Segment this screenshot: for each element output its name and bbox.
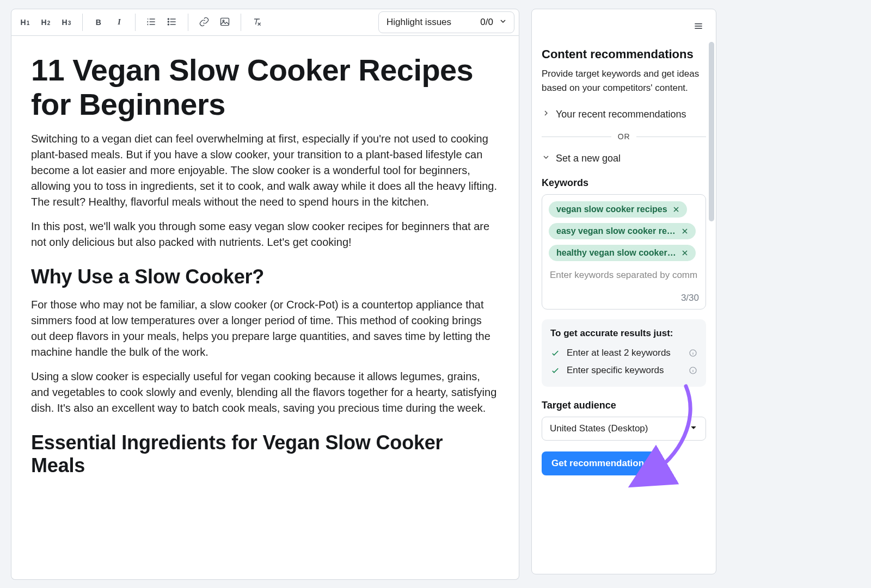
document-paragraph[interactable]: For those who may not be familiar, a slo… [31,297,499,360]
hint-text: Enter specific keywords [567,365,664,376]
svg-point-1 [168,21,169,22]
sidebar-scrollbar[interactable] [709,42,714,570]
target-audience-value: United States (Desktop) [550,423,648,434]
hints-title: To get accurate results just: [550,328,697,339]
info-icon[interactable] [689,366,697,375]
heading-letter: H [41,18,46,27]
get-recommendations-button[interactable]: Get recommendations [542,451,659,475]
heading-level: 2 [47,20,51,26]
link-icon [199,16,210,29]
heading3-button[interactable]: H3 [57,13,76,32]
check-icon [550,366,560,375]
keyword-chips: vegan slow cooker recipes easy vegan slo… [549,201,699,261]
unordered-list-icon [167,16,177,29]
hint-item: Enter specific keywords [550,362,697,379]
remove-chip-icon[interactable] [672,205,680,214]
remove-chip-icon[interactable] [680,249,689,257]
image-button[interactable] [216,13,234,32]
document-heading2[interactable]: Why Use a Slow Cooker? [31,265,499,288]
document-paragraph[interactable]: Using a slow cooker is especially useful… [31,369,499,416]
heading-level: 3 [68,20,71,26]
heading-level: 1 [27,20,30,26]
bold-button[interactable]: B [89,13,108,32]
document-heading2[interactable]: Essential Ingredients for Vegan Slow Coo… [31,431,499,477]
svg-rect-3 [221,18,229,25]
document-paragraph[interactable]: In this post, we'll walk you through som… [31,219,499,250]
remove-chip-icon[interactable] [680,227,689,236]
chevron-down-icon [499,17,507,28]
ordered-list-button[interactable] [142,13,161,32]
chevron-right-icon [542,109,550,120]
editor-toolbar: H1 H2 H3 B I [11,9,519,36]
clear-formatting-button[interactable] [248,13,266,32]
sidebar-menu-button[interactable] [689,17,708,36]
keywords-count: 3/30 [549,289,699,304]
keywords-label: Keywords [542,177,706,189]
highlight-issues-count: 0/0 [480,17,493,28]
hamburger-icon [693,21,704,33]
keyword-chip: vegan slow cooker recipes [549,201,687,218]
recent-recommendations-label: Your recent recommendations [556,109,686,120]
editor-canvas[interactable]: 11 Vegan Slow Cooker Recipes for Beginne… [11,36,519,580]
new-goal-label: Set a new goal [556,153,621,164]
new-goal-toggle[interactable]: Set a new goal [542,150,706,168]
target-audience-select[interactable]: United States (Desktop) [542,417,706,441]
keywords-input[interactable] [549,267,699,284]
target-audience-label: Target audience [542,400,706,411]
italic-button[interactable]: I [110,13,128,32]
clear-formatting-icon [252,16,262,29]
sidebar-subtitle: Provide target keywords and get ideas ba… [542,67,706,95]
svg-point-0 [168,18,169,19]
or-divider: OR [542,132,706,141]
hint-item: Enter at least 2 keywords [550,344,697,362]
keyword-chip-label: easy vegan slow cooker recipes [556,226,676,236]
heading2-button[interactable]: H2 [36,13,55,32]
chevron-down-icon [542,153,550,164]
image-icon [219,16,230,29]
unordered-list-button[interactable] [163,13,181,32]
keywords-box: vegan slow cooker recipes easy vegan slo… [542,194,706,310]
keyword-chip: healthy vegan slow cooker re… [549,245,696,261]
hint-text: Enter at least 2 keywords [567,348,671,358]
cta-label: Get recommendations [551,458,649,468]
check-icon [550,348,560,358]
svg-point-2 [168,23,169,24]
heading-letter: H [62,18,67,27]
recent-recommendations-toggle[interactable]: Your recent recommendations [542,106,706,123]
highlight-issues-label: Highlight issues [387,17,451,28]
sidebar-title: Content recommendations [542,47,706,61]
recommendations-sidebar: Content recommendations Provide target k… [531,9,716,574]
keyword-chip: easy vegan slow cooker recipes [549,223,696,239]
heading1-button[interactable]: H1 [16,13,34,32]
scrollbar-thumb[interactable] [709,42,714,221]
keyword-chip-label: vegan slow cooker recipes [556,205,667,214]
chevron-down-icon [689,423,698,435]
info-icon[interactable] [689,349,697,357]
document-paragraph[interactable]: Switching to a vegan diet can feel overw… [31,131,499,210]
hints-box: To get accurate results just: Enter at l… [542,319,706,387]
keyword-chip-label: healthy vegan slow cooker re… [556,248,676,258]
or-label: OR [618,132,630,141]
link-button[interactable] [195,13,213,32]
document-title[interactable]: 11 Vegan Slow Cooker Recipes for Beginne… [31,53,499,121]
highlight-issues-dropdown[interactable]: Highlight issues 0/0 [378,11,514,33]
ordered-list-icon [146,16,157,29]
heading-letter: H [20,18,26,27]
